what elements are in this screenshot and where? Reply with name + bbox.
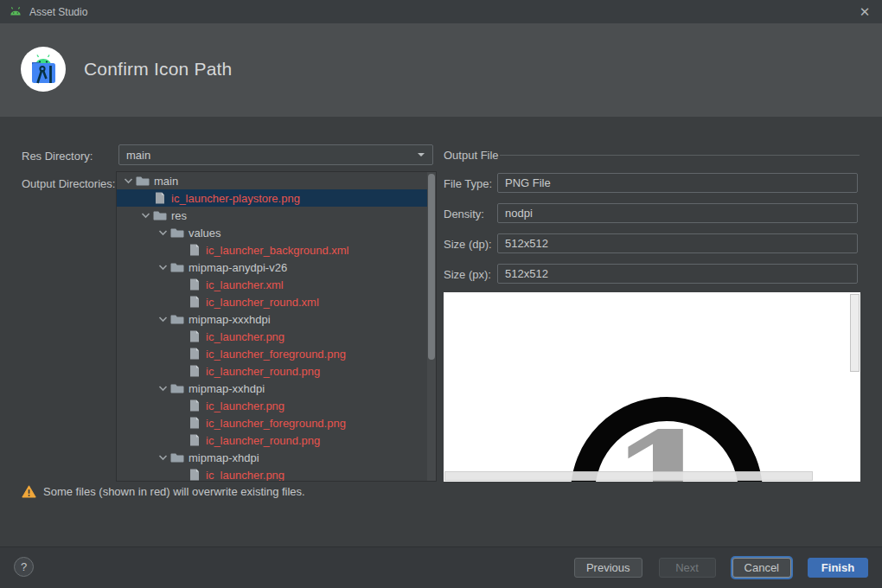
file-icon xyxy=(188,364,201,378)
launcher-icon-preview: 1 xyxy=(444,292,860,482)
file-icon xyxy=(188,295,201,309)
tree-scrollbar[interactable] xyxy=(427,172,436,481)
tree-scrollbar-thumb[interactable] xyxy=(428,174,435,360)
chevron-expanded-icon[interactable] xyxy=(156,381,170,395)
tree-folder-row[interactable]: values xyxy=(117,224,436,241)
tree-file-row[interactable]: ic_launcher_round.xml xyxy=(117,293,436,310)
file-icon xyxy=(153,191,167,205)
res-directory-label: Res Directory: xyxy=(22,150,93,163)
tree-file-row[interactable]: ic_launcher_foreground.png xyxy=(117,345,436,362)
previous-button[interactable]: Previous xyxy=(574,558,642,578)
warning-text: Some files (shown in red) will overwrite… xyxy=(43,485,305,498)
output-directories-label: Output Directories: xyxy=(22,177,115,190)
file-icon xyxy=(188,468,201,482)
dialog-footer: ? PreviousNextCancelFinish xyxy=(0,546,882,588)
chevron-spacer xyxy=(173,295,188,309)
chevron-spacer xyxy=(173,329,188,343)
chevron-expanded-icon[interactable] xyxy=(156,260,170,274)
asset-studio-logo-icon xyxy=(21,47,66,92)
tree-item-label: ic_launcher.png xyxy=(206,469,284,482)
tree-item-label: ic_launcher_background.xml xyxy=(206,244,348,257)
tree-file-row[interactable]: ic_launcher.png xyxy=(117,466,436,482)
tree-file-row[interactable]: ic_launcher_round.png xyxy=(117,431,436,449)
overwrite-warning: Some files (shown in red) will overwrite… xyxy=(22,485,305,498)
chevron-spacer xyxy=(173,364,188,378)
folder-icon xyxy=(170,260,184,274)
tree-item-label: ic_launcher_foreground.png xyxy=(206,348,346,361)
window-title: Asset Studio xyxy=(29,6,87,18)
tree-folder-row[interactable]: res xyxy=(117,207,436,224)
tree-folder-row[interactable]: mipmap-xhdpi xyxy=(117,449,436,466)
folder-icon xyxy=(136,174,150,188)
size-dp-label: Size (dp): xyxy=(444,238,492,251)
folder-icon xyxy=(153,208,167,222)
chevron-spacer xyxy=(173,433,188,447)
chevron-expanded-icon[interactable] xyxy=(156,226,170,240)
size-px-label: Size (px): xyxy=(444,268,491,281)
tree-item-label: mipmap-xxxhdpi xyxy=(189,313,271,326)
chevron-spacer xyxy=(173,347,188,361)
tree-item-label: ic_launcher_round.png xyxy=(206,434,320,447)
tree-item-label: ic_launcher.xml xyxy=(206,278,284,291)
chevron-spacer xyxy=(138,191,153,205)
help-button[interactable]: ? xyxy=(14,557,34,577)
dialog-header: Confirm Icon Path xyxy=(0,23,882,117)
tree-file-row[interactable]: ic_launcher.png xyxy=(117,328,436,345)
file-type-label: File Type: xyxy=(444,177,492,190)
tree-file-row[interactable]: ic_launcher.xml xyxy=(117,276,436,293)
res-directory-dropdown[interactable]: main xyxy=(118,144,433,165)
file-icon xyxy=(188,347,201,361)
tree-rows: mainic_launcher-playstore.pngresvaluesic… xyxy=(117,172,436,482)
tree-item-label: main xyxy=(154,175,178,188)
preview-horizontal-scrollbar[interactable] xyxy=(444,471,813,481)
chevron-expanded-icon[interactable] xyxy=(156,451,170,464)
page-title: Confirm Icon Path xyxy=(84,59,232,80)
res-directory-value: main xyxy=(126,149,150,162)
section-divider xyxy=(500,155,860,156)
chevron-spacer xyxy=(173,243,188,257)
file-type-field[interactable]: PNG File xyxy=(497,173,858,193)
tree-item-label: values xyxy=(189,227,221,240)
tree-file-row[interactable]: ic_launcher-playstore.png xyxy=(117,189,436,207)
android-icon xyxy=(9,6,22,18)
tree-file-row[interactable]: ic_launcher_foreground.png xyxy=(117,414,436,431)
chevron-expanded-icon[interactable] xyxy=(138,208,153,222)
tree-item-label: res xyxy=(171,209,187,222)
density-field[interactable]: nodpi xyxy=(497,203,858,223)
folder-icon xyxy=(170,451,184,464)
file-icon xyxy=(188,433,201,447)
chevron-down-icon xyxy=(417,150,425,159)
chevron-expanded-icon[interactable] xyxy=(121,174,136,188)
size-dp-field[interactable]: 512x512 xyxy=(497,233,858,253)
file-icon xyxy=(188,329,201,343)
preview-vertical-scrollbar[interactable] xyxy=(850,294,860,372)
chevron-spacer xyxy=(173,416,188,430)
title-bar: Asset Studio ✕ xyxy=(0,0,882,23)
chevron-spacer xyxy=(173,278,188,291)
chevron-expanded-icon[interactable] xyxy=(156,312,170,326)
file-icon xyxy=(188,416,201,430)
folder-icon xyxy=(170,226,184,240)
finish-button[interactable]: Finish xyxy=(808,558,868,578)
file-icon xyxy=(188,399,201,412)
cancel-button[interactable]: Cancel xyxy=(732,558,791,578)
folder-icon xyxy=(170,381,184,395)
tree-file-row[interactable]: ic_launcher.png xyxy=(117,397,436,414)
tree-item-label: ic_launcher_round.xml xyxy=(206,296,319,309)
folder-icon xyxy=(170,312,184,326)
tree-folder-row[interactable]: main xyxy=(117,172,436,189)
tree-file-row[interactable]: ic_launcher_background.xml xyxy=(117,241,436,259)
tree-item-label: ic_launcher-playstore.png xyxy=(171,192,300,205)
preview-numeral: 1 xyxy=(609,396,722,482)
size-px-field[interactable]: 512x512 xyxy=(497,264,858,284)
next-button[interactable]: Next xyxy=(659,558,716,578)
tree-folder-row[interactable]: mipmap-xxhdpi xyxy=(117,380,436,397)
warning-icon xyxy=(22,485,36,498)
tree-folder-row[interactable]: mipmap-xxxhdpi xyxy=(117,310,436,328)
tree-item-label: ic_launcher.png xyxy=(206,330,284,343)
tree-folder-row[interactable]: mipmap-anydpi-v26 xyxy=(117,259,436,276)
tree-item-label: ic_launcher.png xyxy=(206,399,284,412)
tree-item-label: ic_launcher_round.png xyxy=(206,365,320,378)
close-icon[interactable]: ✕ xyxy=(856,3,873,21)
tree-file-row[interactable]: ic_launcher_round.png xyxy=(117,362,436,380)
